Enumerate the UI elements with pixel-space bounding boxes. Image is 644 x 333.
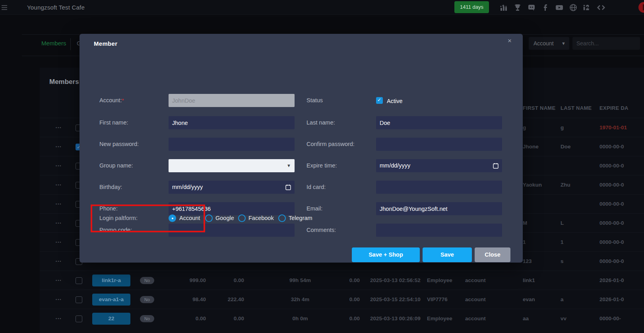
member-modal: Member × Account:* Status Active First n… — [80, 34, 523, 263]
group-name-select[interactable]: ▼ — [169, 159, 295, 172]
col-header-last-name[interactable]: LAST NAME — [561, 99, 592, 118]
row-menu-icon[interactable]: ••• — [56, 118, 64, 137]
cell-time: 99h 54m — [278, 271, 322, 290]
last-name-input[interactable] — [376, 116, 502, 129]
promo-code-input[interactable] — [169, 224, 295, 237]
cell-last-name: g — [561, 118, 564, 137]
ranking-icon[interactable] — [499, 3, 508, 12]
youtube-icon[interactable] — [555, 3, 564, 12]
id-card-label: Id card: — [306, 181, 374, 194]
phone-input[interactable] — [169, 202, 295, 215]
new-password-input[interactable] — [169, 138, 295, 151]
active-checkbox[interactable] — [376, 97, 383, 104]
first-name-input[interactable] — [169, 116, 295, 129]
cell-account-type: account — [465, 290, 486, 309]
cell-last-name: a — [561, 290, 564, 309]
modal-title: Member — [94, 40, 117, 47]
cell-group: Employee — [427, 309, 452, 328]
new-password-label: New password: — [99, 138, 167, 151]
cell-time: 0h 0m — [278, 309, 322, 328]
cell-expire-date: 0000-00-0 — [599, 195, 624, 214]
status-badge: No — [140, 315, 154, 322]
hamburger-menu-icon[interactable] — [2, 4, 8, 10]
row-menu-icon[interactable]: ••• — [56, 309, 64, 328]
close-icon[interactable]: × — [508, 37, 512, 45]
trophy-icon[interactable] — [513, 3, 522, 12]
email-field — [376, 202, 502, 215]
email-input[interactable] — [376, 202, 502, 215]
confirm-password-field — [376, 138, 502, 151]
cell-expire-date: 1970-01-01 — [599, 118, 627, 137]
row-menu-icon[interactable]: ••• — [56, 195, 64, 214]
cell-account-type: account — [465, 309, 486, 328]
row-checkbox[interactable] — [76, 315, 82, 322]
row-menu-icon[interactable]: ••• — [56, 290, 64, 309]
birthday-date-input[interactable]: mm/dd/yyyy — [169, 181, 295, 194]
cell-deposit: 222.40 — [211, 290, 244, 309]
cell-expire-date: 2026-01-0 — [599, 271, 624, 290]
radio-google-label: Google — [215, 214, 234, 222]
cell-last-name: Zhu — [561, 175, 570, 195]
cell-expire-date: 2026-01-0 — [599, 290, 624, 309]
expire-time-label: Expire time: — [306, 159, 374, 172]
radio-account[interactable] — [169, 214, 176, 222]
calendar-icon — [493, 163, 499, 169]
table-row[interactable]: ••• 22 No 0.00 0.00 0h 0m 0.00 2025-03-1… — [40, 309, 644, 328]
save-shop-button[interactable]: Save + Shop — [352, 247, 420, 262]
discord-icon[interactable] — [527, 3, 536, 12]
globe-icon[interactable] — [568, 3, 578, 12]
table-row[interactable]: ••• evan-a1-a No 98.40 222.40 32h 4m 0.0… — [40, 290, 644, 309]
last-name-label: Last name: — [306, 116, 374, 129]
status-badge: No — [140, 277, 154, 284]
comments-label: Comments: — [306, 224, 374, 237]
col-header-expire[interactable]: EXPIRE DA — [599, 99, 628, 118]
id-card-field — [376, 181, 502, 194]
i2-icon[interactable] — [582, 3, 592, 12]
cell-last-name: s — [561, 252, 564, 271]
id-card-input[interactable] — [376, 181, 502, 194]
radio-google[interactable] — [205, 214, 213, 222]
cell-expire-date: 0000-00-0 — [599, 175, 624, 195]
col-header-first-name[interactable]: FIRST NAME — [523, 99, 555, 118]
close-button[interactable]: Close — [475, 247, 510, 262]
comments-field — [376, 224, 502, 237]
facebook-icon[interactable] — [541, 3, 550, 12]
account-button[interactable]: link1r-a — [92, 275, 130, 286]
account-button[interactable]: evan-a1-a — [92, 294, 130, 306]
filter-type-value: Account — [533, 40, 554, 47]
row-menu-icon[interactable]: ••• — [56, 175, 64, 195]
section-title: Members — [49, 78, 79, 86]
days-badge[interactable]: 1411 days — [454, 1, 489, 13]
brackets-icon[interactable] — [596, 3, 606, 12]
row-menu-icon[interactable]: ••• — [56, 214, 64, 233]
search-input[interactable] — [572, 37, 640, 50]
row-checkbox[interactable] — [76, 277, 82, 284]
chevron-down-icon: ▼ — [561, 37, 566, 50]
radio-telegram-label: Telegram — [289, 214, 312, 222]
tab-members[interactable]: Members — [41, 40, 66, 47]
comments-input[interactable] — [376, 224, 502, 237]
row-checkbox[interactable] — [76, 296, 82, 303]
filter-type-dropdown[interactable]: Account ▼ — [529, 37, 569, 50]
cell-last-name: L — [561, 214, 564, 233]
cell-group: VIP7776 — [427, 290, 448, 309]
cell-first-name: Yaokun — [523, 175, 542, 195]
row-menu-icon[interactable]: ••• — [56, 252, 64, 271]
row-menu-icon[interactable]: ••• — [56, 156, 64, 175]
radio-telegram[interactable] — [278, 214, 286, 222]
table-row[interactable]: ••• link1r-a No 999.00 0.00 99h 54m 0.00… — [40, 271, 644, 290]
row-menu-icon[interactable]: ••• — [56, 233, 64, 252]
account-input[interactable] — [169, 94, 295, 107]
cell-balance: 98.40 — [171, 290, 206, 309]
cell-expire-date: 0000-00- — [599, 309, 621, 328]
save-button[interactable]: Save — [423, 247, 472, 262]
row-menu-icon[interactable]: ••• — [56, 137, 64, 156]
alert-icon[interactable] — [638, 2, 644, 13]
row-menu-icon[interactable]: ••• — [56, 271, 64, 290]
confirm-password-input[interactable] — [376, 138, 502, 151]
topbar: Youngzsoft Test Cafe 1411 days — [0, 0, 644, 15]
expire-time-date-input[interactable]: mm/dd/yyyy — [376, 159, 502, 172]
radio-account-label: Account — [179, 214, 200, 222]
account-button[interactable]: 22 — [92, 313, 130, 325]
radio-facebook[interactable] — [238, 214, 246, 222]
